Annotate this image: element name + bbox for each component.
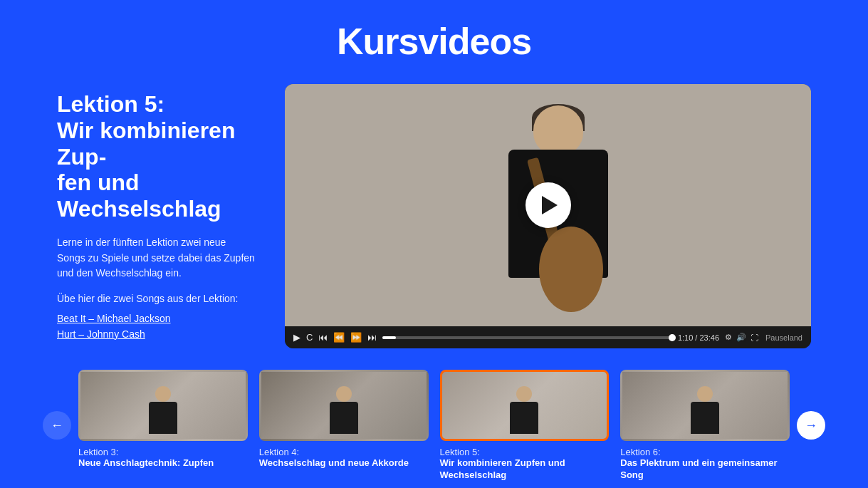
caption-subtitle-5: Lektion 5: [440,447,610,457]
play-control[interactable]: ▶ [293,332,300,343]
caption-title-3: Neue Anschlagtechnik: Zupfen [78,457,248,469]
carousel-item-5[interactable]: Lektion 5: Wir kombinieren Zupfen und We… [440,370,610,482]
head [533,105,583,155]
carousel-item-4[interactable]: Lektion 4: Wechselschlag und neue Akkord… [259,370,429,482]
thumb-body-3 [149,402,177,434]
caption-6: Lektion 6: Das Plektrum und ein gemeinsa… [620,447,790,482]
volume-icon[interactable]: 🔊 [736,333,746,342]
pauseland-logo: Pauseland [765,333,802,342]
progress-bar[interactable] [382,336,672,339]
thumb-body-4 [330,402,358,434]
progress-fill [382,336,396,339]
guitar-body [539,227,603,312]
thumb-head-4 [336,386,352,402]
lesson-title: Lektion 5: Wir kombinieren Zup- fen und … [57,91,256,222]
play-icon [542,196,558,214]
caption-subtitle-4: Lektion 4: [259,447,429,457]
page-title: Kursvideos [0,20,868,63]
beat-it-link[interactable]: Beat It – Michael Jackson [57,313,256,324]
thumb-person-5 [503,382,545,439]
fullscreen-icon[interactable]: ⛶ [751,333,758,342]
video-thumbnail[interactable] [285,84,811,326]
right-controls: ⚙ 🔊 ⛶ Pauseland [725,333,802,342]
skip-button[interactable]: ⏭ [367,332,377,343]
next-frame[interactable]: ⏩ [350,332,362,343]
carousel-thumb-5 [440,370,610,441]
thumb-body-6 [691,402,719,434]
rewind-button[interactable]: ⏮ [318,332,328,343]
thumb-head-6 [697,386,713,402]
carousel-thumb-3 [78,370,248,441]
cc-button[interactable]: C [306,332,313,343]
thumb-person-6 [684,382,726,439]
prev-frame[interactable]: ⏪ [333,332,345,343]
caption-title-6: Das Plektrum und ein gemeinsamer Song [620,457,790,482]
thumb-person-4 [323,382,365,439]
progress-dot [669,334,676,341]
caption-5: Lektion 5: Wir kombinieren Zupfen und We… [440,447,610,482]
lesson-practice-label: Übe hier die zwei Songs aus der Lektion: [57,291,256,307]
caption-subtitle-6: Lektion 6: [620,447,790,457]
carousel-thumb-4 [259,370,429,441]
carousel-section: ← Lektion 3: Neue Anschlagtechnik: Zupfe… [0,370,868,482]
lesson-description: Lerne in der fünften Lektion zwei neue S… [57,235,256,281]
carousel-thumb-6 [620,370,790,441]
caption-3: Lektion 3: Neue Anschlagtechnik: Zupfen [78,447,248,469]
thumb-person-3 [142,382,184,439]
carousel-next-button[interactable]: → [797,411,825,440]
caption-4: Lektion 4: Wechselschlag und neue Akkord… [259,447,429,469]
hurt-link[interactable]: Hurt – Johnny Cash [57,328,256,340]
video-controls: ▶ C ⏮ ⏪ ⏩ ⏭ 1:10 / 23:46 ⚙ 🔊 ⛶ Pauseland [285,326,811,348]
main-section: Lektion 5: Wir kombinieren Zup- fen und … [0,84,868,348]
caption-subtitle-3: Lektion 3: [78,447,248,457]
arrow-left-icon: ← [51,418,63,433]
carousel-prev-button[interactable]: ← [43,411,71,440]
video-player: ▶ C ⏮ ⏪ ⏩ ⏭ 1:10 / 23:46 ⚙ 🔊 ⛶ Pauseland [285,84,811,348]
caption-title-4: Wechselschlag und neue Akkorde [259,457,429,469]
thumb-head-5 [516,386,532,402]
arrow-right-icon: → [805,418,817,433]
carousel-item-3[interactable]: Lektion 3: Neue Anschlagtechnik: Zupfen [78,370,248,482]
play-button[interactable] [525,182,571,228]
time-display: 1:10 / 23:46 [678,333,719,342]
thumb-head-3 [155,386,171,402]
caption-title-5: Wir kombinieren Zupfen und Wechselschlag [440,457,610,482]
carousel-item-6[interactable]: Lektion 6: Das Plektrum und ein gemeinsa… [620,370,790,482]
carousel-items: Lektion 3: Neue Anschlagtechnik: Zupfen … [78,370,790,482]
settings-icon[interactable]: ⚙ [725,333,732,342]
lesson-info: Lektion 5: Wir kombinieren Zup- fen und … [57,84,256,344]
thumb-body-5 [510,402,538,434]
page-header: Kursvideos [0,0,868,84]
